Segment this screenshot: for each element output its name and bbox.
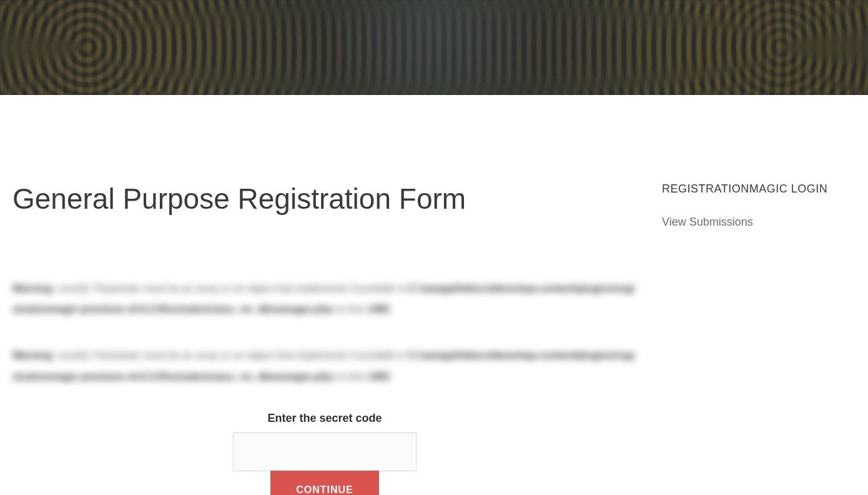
warning-prefix: Warning bbox=[12, 350, 52, 361]
warning-message: : count(): Parameter must be an array or… bbox=[52, 350, 408, 361]
sidebar-link-view-submissions[interactable]: View Submissions bbox=[662, 216, 856, 229]
main-column: General Purpose Registration Form Warnin… bbox=[12, 95, 662, 495]
secret-code-input[interactable] bbox=[233, 432, 417, 471]
warning-line-number: 1483 bbox=[367, 304, 390, 314]
secret-code-label: Enter the secret code bbox=[233, 412, 417, 425]
php-warning-2: Warning: count(): Parameter must be an a… bbox=[12, 345, 637, 387]
warning-suffix: on line bbox=[332, 304, 367, 314]
page-title: General Purpose Registration Form bbox=[12, 182, 637, 216]
warning-suffix: on line bbox=[332, 371, 367, 382]
secret-code-form: Enter the secret code CONTINUE bbox=[233, 412, 417, 495]
sidebar-title: REGISTRATIONMAGIC LOGIN bbox=[662, 182, 856, 196]
php-warning-1: Warning: count(): Parameter must be an a… bbox=[12, 278, 637, 320]
warning-path: C:\xampp\htdocs\demo\wp-content\plugins\… bbox=[12, 350, 634, 382]
continue-button[interactable]: CONTINUE bbox=[270, 471, 379, 495]
sidebar: REGISTRATIONMAGIC LOGIN View Submissions bbox=[662, 95, 856, 495]
warning-line-number: 1483 bbox=[367, 371, 390, 382]
warning-message: : count(): Parameter must be an array or… bbox=[52, 283, 408, 294]
warning-path: C:\xampp\htdocs\demo\wp-content\plugins\… bbox=[12, 283, 634, 315]
warning-prefix: Warning bbox=[12, 283, 52, 294]
content-container: General Purpose Registration Form Warnin… bbox=[0, 95, 868, 495]
hero-banner bbox=[0, 0, 868, 95]
